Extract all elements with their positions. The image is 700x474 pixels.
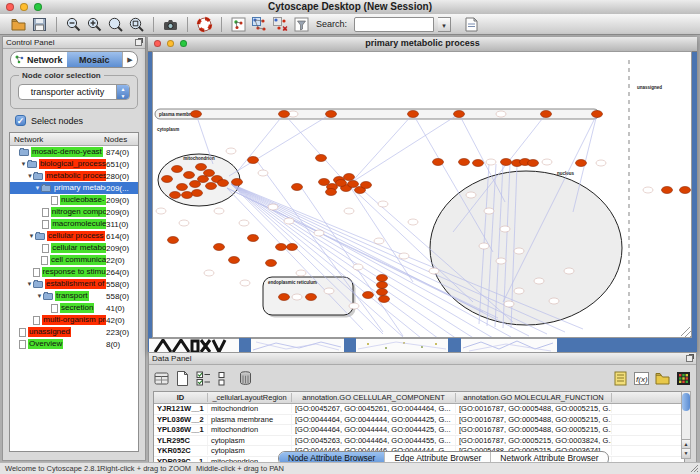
tree-col-nodes[interactable]: Nodes — [104, 135, 138, 144]
tree-row[interactable]: Overview8(0) — [10, 338, 138, 350]
destroy-view-icon[interactable] — [272, 16, 289, 33]
tree-col-network[interactable]: Network — [10, 135, 104, 144]
import-attributes-icon[interactable] — [654, 370, 671, 387]
annotation-pad-icon[interactable] — [612, 370, 629, 387]
network-tree-panel: Network Nodes mosaic-demo-yeast874(0)▼bi… — [9, 132, 139, 452]
node-color-dropdown[interactable]: transporter activity ▲▼ — [18, 84, 130, 100]
tree-row[interactable]: multi-organism pro42(0) — [10, 314, 138, 326]
resize-grip-icon[interactable] — [681, 327, 692, 338]
network-tab-icon — [15, 55, 24, 64]
tree-row-count: 8(0) — [106, 340, 138, 349]
expand-arrow-icon[interactable]: ▼ — [26, 281, 33, 287]
tab-network-label: Network — [27, 55, 63, 65]
tree-header: Network Nodes — [10, 133, 138, 146]
tree-row[interactable]: nucleobase-209(0) — [10, 194, 138, 206]
tree-row-label: metabolic process — [45, 171, 106, 181]
help-icon[interactable] — [196, 16, 213, 33]
select-attributes-icon[interactable] — [195, 370, 212, 387]
table-row[interactable]: YPL036W__2plasma membrane[GO:0044464, GO… — [154, 415, 684, 426]
expand-arrow-icon[interactable]: ▼ — [36, 293, 43, 299]
network-graph: plasma membrane cytoplasm mitochondrion … — [153, 52, 692, 338]
tree-row-count: 209(0) — [106, 208, 138, 217]
search-input[interactable] — [354, 17, 434, 32]
attribute-table-header: ID_cellularLayoutRegionannotation.GO CEL… — [154, 392, 684, 404]
tree-row[interactable]: macromolecule311(0) — [10, 218, 138, 230]
tree-row[interactable]: ▼primary metabo209(... — [10, 182, 138, 194]
network-canvas[interactable]: plasma membrane cytoplasm mitochondrion … — [152, 51, 692, 338]
tree-row[interactable]: ▼metabolic process280(0) — [10, 170, 138, 182]
matrix-view-icon[interactable] — [675, 370, 692, 387]
tree-row[interactable]: unassigned223(0) — [10, 326, 138, 338]
tree-row[interactable]: ▼cellular process614(0) — [10, 230, 138, 242]
delete-attribute-icon[interactable] — [237, 370, 254, 387]
table-scrollbar[interactable]: ▲ ▼ — [681, 391, 691, 459]
file-icon — [51, 196, 58, 205]
open-file-icon[interactable] — [10, 16, 27, 33]
create-view-icon[interactable] — [251, 16, 268, 33]
background-window-fragment[interactable] — [356, 338, 448, 352]
tree-row[interactable]: ▼transport558(0) — [10, 290, 138, 302]
table-cell: YLR295C — [154, 436, 208, 445]
expand-arrow-icon[interactable]: ▼ — [28, 233, 35, 239]
tree-row[interactable]: cell communicat22(0) — [10, 254, 138, 266]
expand-arrow-icon[interactable]: ▼ — [20, 161, 27, 167]
tree-row[interactable]: nitrogen compo209(0) — [10, 206, 138, 218]
new-attribute-icon[interactable] — [174, 370, 191, 387]
data-panel-title: Data Panel — [152, 354, 192, 363]
save-icon[interactable] — [31, 16, 48, 33]
tree-row-label: biological_process — [39, 159, 106, 169]
unselect-attributes-icon[interactable] — [216, 370, 233, 387]
expand-arrow-icon[interactable]: ▼ — [34, 185, 41, 191]
scrollbar-thumb[interactable] — [682, 393, 690, 411]
zoom-selected-icon[interactable] — [107, 16, 124, 33]
folder-icon — [41, 185, 51, 192]
tab-overflow-arrow[interactable]: ▶ — [122, 52, 137, 67]
tree-row-count: 209(0) — [106, 196, 138, 205]
search-dropdown-button[interactable]: ▾ — [438, 17, 451, 32]
table-column-header[interactable]: annotation.GO CELLULAR_COMPONENT — [292, 393, 456, 402]
table-column-header[interactable]: _cellularLayoutRegion — [208, 393, 292, 402]
float-panel-icon[interactable] — [686, 355, 693, 362]
background-window-fragment[interactable] — [461, 338, 557, 352]
tree-row[interactable]: response to stimulu264(0) — [10, 266, 138, 278]
table-cell: [GO:0044464, GO:0044444, GO:0044425, G..… — [292, 425, 456, 434]
tree-row[interactable]: mosaic-demo-yeast874(0) — [10, 146, 138, 158]
file-icon — [51, 304, 58, 313]
tree-row-count: 42(0) — [106, 316, 138, 325]
expand-arrow-icon[interactable]: ▼ — [26, 173, 33, 179]
table-row[interactable]: YPL036W__1mitochondrion[GO:0044464, GO:0… — [154, 425, 684, 436]
table-column-header[interactable]: ID — [154, 393, 208, 402]
select-nodes-checkbox[interactable]: ✓ — [15, 115, 26, 126]
table-row[interactable]: YJR121W__1mitochondrion[GO:0045267, GO:0… — [154, 404, 684, 415]
tree-row[interactable]: ▼establishment of lo558(0) — [10, 278, 138, 290]
table-column-header[interactable]: annotation.GO MOLECULAR_FUNCTION — [456, 393, 612, 402]
organism-view-icon[interactable] — [230, 16, 247, 33]
attribute-table-icon[interactable] — [153, 370, 170, 387]
node-color-selection-group: Node color selection transporter activit… — [10, 75, 138, 109]
filters-icon[interactable] — [293, 16, 310, 33]
background-window-fragment[interactable] — [251, 338, 344, 352]
background-window-fragment[interactable] — [149, 338, 239, 352]
tree-row-count: 41(0) — [106, 304, 138, 313]
zoom-in-icon[interactable] — [86, 16, 103, 33]
tree-row[interactable]: ▼biological_process651(0) — [10, 158, 138, 170]
zoom-fit-icon[interactable] — [128, 16, 145, 33]
float-panel-icon[interactable] — [135, 39, 142, 46]
scroll-down-icon[interactable]: ▼ — [682, 448, 690, 458]
tree-row[interactable]: secretion41(0) — [10, 302, 138, 314]
data-panel-header: Data Panel — [149, 353, 696, 365]
svg-text:f(x): f(x) — [636, 375, 648, 384]
tab-network[interactable]: Network — [11, 52, 67, 67]
tree-row[interactable]: cellular metabo209(0) — [10, 242, 138, 254]
app-resize-grip-icon[interactable] — [690, 464, 699, 473]
zoom-out-icon[interactable] — [65, 16, 82, 33]
enhanced-search-icon[interactable] — [463, 16, 480, 33]
function-builder-icon[interactable]: f(x) — [633, 370, 650, 387]
tree-row-count: 614(0) — [106, 232, 138, 241]
network-window-title-bar[interactable]: primary metabolic process — [148, 37, 697, 52]
table-row[interactable]: YLR295Ccytoplasm[GO:0045263, GO:0044464,… — [154, 436, 684, 447]
app-title-bar: Cytoscape Desktop (New Session) — [0, 0, 700, 15]
tab-mosaic[interactable]: Mosaic — [67, 52, 123, 67]
cytoscape-window: Cytoscape Desktop (New Session) Search: … — [0, 0, 700, 474]
snapshot-icon[interactable] — [162, 16, 179, 33]
